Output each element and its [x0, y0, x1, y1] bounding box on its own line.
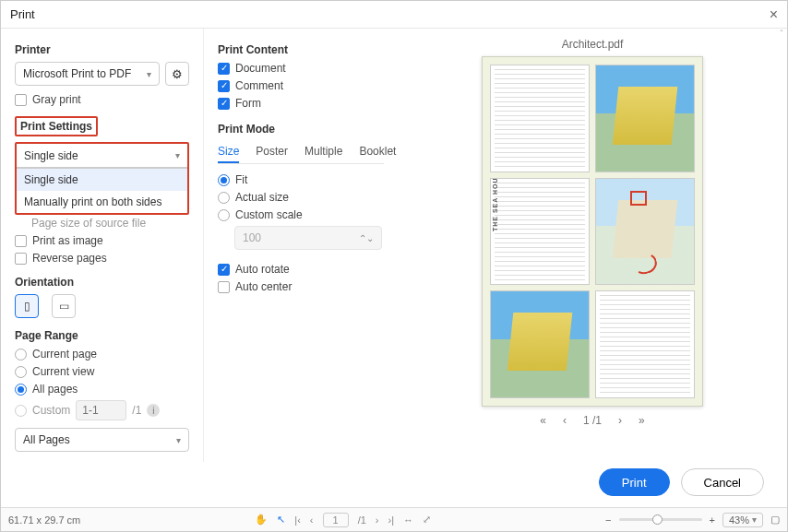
chevron-down-icon: ▾	[147, 69, 151, 79]
preview-panel: Architect.pdf THE SEA HOUSE THE SEA HOUS…	[398, 29, 787, 462]
zoom-slider[interactable]	[619, 518, 702, 521]
printer-selected-value: Microsoft Print to PDF	[23, 67, 131, 80]
print-settings-highlight: Print Settings	[15, 116, 98, 136]
status-page-input[interactable]: 1	[323, 513, 349, 527]
fit-page-icon[interactable]: ⤢	[423, 514, 431, 526]
size-custom-scale-radio[interactable]: Custom scale	[218, 208, 384, 221]
range-custom-total: /1	[132, 404, 141, 417]
range-all-pages-radio[interactable]: All pages	[15, 383, 189, 396]
print-mode-label: Print Mode	[218, 123, 384, 136]
pager-page-indicator: 1 /1	[583, 414, 602, 427]
pager-last-icon[interactable]: »	[639, 414, 645, 427]
chevron-down-icon: ▾	[176, 435, 181, 445]
zoom-percent-select[interactable]: 43%▾	[722, 513, 763, 527]
hand-tool-icon[interactable]: ✋	[255, 514, 268, 526]
chevron-down-icon: ▾	[175, 150, 180, 160]
nav-last-icon[interactable]: ›|	[388, 514, 395, 526]
stepper-icon: ⌃⌄	[359, 233, 374, 243]
orientation-portrait-button[interactable]: ▯	[15, 294, 39, 318]
print-content-label: Print Content	[218, 43, 384, 56]
preview-pager: « ‹ 1 /1 › »	[540, 414, 644, 427]
printer-section-label: Printer	[15, 43, 189, 56]
dialog-content: Printer Microsoft Print to PDF ▾ ⚙ Gray …	[1, 29, 787, 462]
status-page-total: /1	[358, 514, 366, 526]
print-button[interactable]: Print	[599, 468, 670, 496]
reverse-pages-checkbox[interactable]: Reverse pages	[15, 252, 189, 265]
preview-cell: THE SEA HOUSE	[490, 178, 590, 286]
print-as-image-checkbox[interactable]: Print as image	[15, 234, 189, 247]
duplex-selected-value: Single side	[24, 149, 78, 162]
printer-select[interactable]: Microsoft Print to PDF ▾	[15, 62, 160, 86]
content-document-checkbox[interactable]: ✓Document	[218, 62, 384, 75]
size-actual-radio[interactable]: Actual size	[218, 191, 384, 204]
range-custom-radio[interactable]: Custom	[15, 404, 70, 417]
duplex-option-manual[interactable]: Manually print on both sides	[17, 191, 187, 213]
zoom-in-icon[interactable]: +	[710, 514, 715, 526]
select-tool-icon[interactable]: ↖	[277, 514, 285, 526]
content-comment-checkbox[interactable]: ✓Comment	[218, 79, 384, 92]
view-mode-icon[interactable]: ▢	[770, 514, 780, 526]
range-custom-input[interactable]	[76, 400, 126, 420]
nav-prev-icon[interactable]: ‹	[310, 514, 314, 526]
preview-cell	[595, 65, 695, 172]
gray-print-checkbox[interactable]: Gray print	[15, 93, 189, 106]
preview-cell	[490, 65, 590, 172]
duplex-select[interactable]: Single side ▾	[17, 144, 187, 168]
dialog-titlebar: Print ×	[1, 1, 787, 29]
auto-center-checkbox[interactable]: Auto center	[218, 280, 384, 293]
custom-scale-input[interactable]: 100 ⌃⌄	[234, 226, 382, 250]
content-form-checkbox[interactable]: ✓Form	[218, 97, 384, 110]
close-icon[interactable]: ×	[770, 6, 778, 23]
dialog-title: Print	[10, 7, 35, 21]
page-preview: THE SEA HOUSE THE SEA HOUSE	[482, 56, 703, 407]
printer-properties-button[interactable]: ⚙	[165, 62, 189, 86]
status-dimensions: 61.71 x 29.7 cm	[8, 514, 80, 526]
page-subset-select[interactable]: All Pages ▾	[15, 428, 189, 452]
page-size-source-checkbox[interactable]: Page size of source file	[15, 217, 189, 230]
page-subset-value: All Pages	[23, 433, 70, 446]
fit-width-icon[interactable]: ↔	[403, 514, 413, 526]
preview-filename: Architect.pdf	[562, 38, 624, 51]
pager-first-icon[interactable]: «	[540, 414, 546, 427]
size-fit-radio[interactable]: Fit	[218, 173, 384, 186]
duplex-dropdown-highlight: Single side ▾ Single side Manually print…	[15, 142, 189, 215]
range-current-page-radio[interactable]: Current page	[15, 348, 189, 361]
tab-multiple[interactable]: Multiple	[304, 141, 342, 163]
left-panel: Printer Microsoft Print to PDF ▾ ⚙ Gray …	[1, 29, 204, 462]
print-settings-label: Print Settings	[20, 120, 92, 133]
cancel-button[interactable]: Cancel	[681, 468, 764, 496]
middle-panel: Print Content ✓Document ✓Comment ✓Form P…	[204, 29, 398, 462]
duplex-option-single[interactable]: Single side	[17, 169, 187, 191]
tab-size[interactable]: Size	[218, 141, 239, 163]
status-bar: 61.71 x 29.7 cm ✋ ↖ |‹ ‹ 1 /1 › ›| ↔ ⤢ −…	[1, 507, 787, 531]
nav-next-icon[interactable]: ›	[376, 514, 379, 526]
print-mode-tabs: Size Poster Multiple Booklet	[218, 141, 384, 164]
orientation-landscape-button[interactable]: ▭	[52, 294, 76, 318]
info-icon[interactable]: i	[147, 404, 160, 417]
pager-prev-icon[interactable]: ‹	[563, 414, 567, 427]
annotation-rect-icon	[630, 191, 647, 206]
range-current-view-radio[interactable]: Current view	[15, 365, 189, 378]
orientation-label: Orientation	[15, 276, 189, 289]
tab-poster[interactable]: Poster	[256, 141, 288, 163]
duplex-options-list: Single side Manually print on both sides	[17, 168, 187, 213]
page-range-label: Page Range	[15, 329, 189, 342]
auto-rotate-checkbox[interactable]: ✓Auto rotate	[218, 263, 384, 276]
tab-booklet[interactable]: Booklet	[359, 141, 396, 163]
zoom-out-icon[interactable]: −	[605, 514, 611, 526]
preview-cell: THE SEA HOUSE	[490, 290, 590, 398]
dialog-buttons: Print Cancel	[599, 468, 764, 496]
gear-icon: ⚙	[172, 67, 183, 81]
nav-first-icon[interactable]: |‹	[294, 514, 301, 526]
preview-cell	[595, 178, 695, 286]
pager-next-icon[interactable]: ›	[618, 414, 622, 427]
preview-cell	[595, 290, 695, 398]
